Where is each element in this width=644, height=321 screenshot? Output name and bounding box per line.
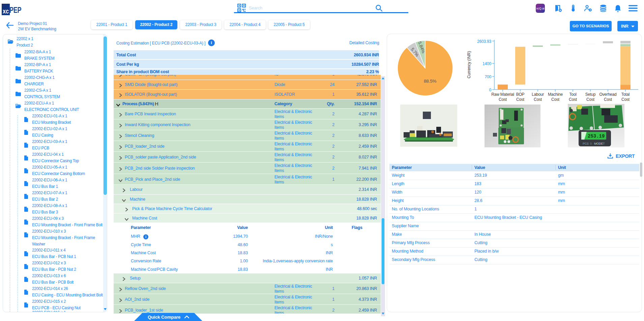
svg-text:1400: 1400 — [482, 61, 491, 66]
svg-text:Raw Material: Raw Material — [491, 92, 514, 97]
svg-text:Cost: Cost — [516, 97, 525, 102]
svg-text:88.5%: 88.5% — [424, 79, 436, 84]
svg-text:Cost: Cost — [534, 97, 542, 102]
svg-text:Cost: Cost — [586, 97, 595, 102]
svg-text:Cost: Cost — [499, 97, 507, 102]
svg-text:Cost: Cost — [604, 97, 612, 102]
svg-text:T: T — [603, 142, 605, 145]
svg-text:MODE: MODE — [594, 142, 603, 145]
svg-text:253.19: 253.19 — [588, 134, 605, 139]
svg-text:PCS: PCS — [583, 142, 589, 145]
svg-text:Cost: Cost — [569, 97, 577, 102]
svg-text:0: 0 — [590, 142, 592, 145]
svg-text:700: 700 — [485, 75, 492, 79]
svg-text:2603.93: 2603.93 — [477, 39, 492, 44]
svg-text:BOP: BOP — [516, 92, 525, 97]
svg-text:Cost: Cost — [551, 97, 560, 102]
svg-text:Setup: Setup — [585, 92, 596, 97]
svg-text:Cost: Cost — [621, 97, 630, 102]
svg-text:Currency (INR): Currency (INR) — [467, 51, 471, 78]
svg-text:Labour: Labour — [532, 92, 544, 97]
svg-text:Machine: Machine — [548, 92, 563, 97]
svg-text:Tool: Tool — [569, 92, 576, 97]
svg-text:0: 0 — [489, 88, 492, 92]
svg-text:Overhead: Overhead — [599, 92, 616, 97]
svg-text:Total: Total — [621, 92, 630, 97]
